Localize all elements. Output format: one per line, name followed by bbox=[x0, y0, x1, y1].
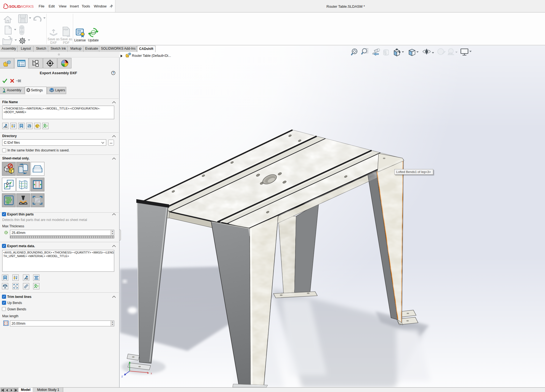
svg-text:WORKS: WORKS bbox=[20, 4, 34, 9]
svg-text:PDF: PDF bbox=[63, 28, 69, 31]
svg-text:z: z bbox=[121, 375, 123, 378]
svg-text:SOLID: SOLID bbox=[9, 4, 21, 9]
svg-text:UPDATE: UPDATE bbox=[90, 32, 97, 34]
svg-text:x: x bbox=[151, 372, 152, 375]
svg-text:?: ? bbox=[112, 71, 114, 74]
svg-text:D1: D1 bbox=[5, 126, 7, 128]
svg-text:D1: D1 bbox=[26, 278, 28, 280]
